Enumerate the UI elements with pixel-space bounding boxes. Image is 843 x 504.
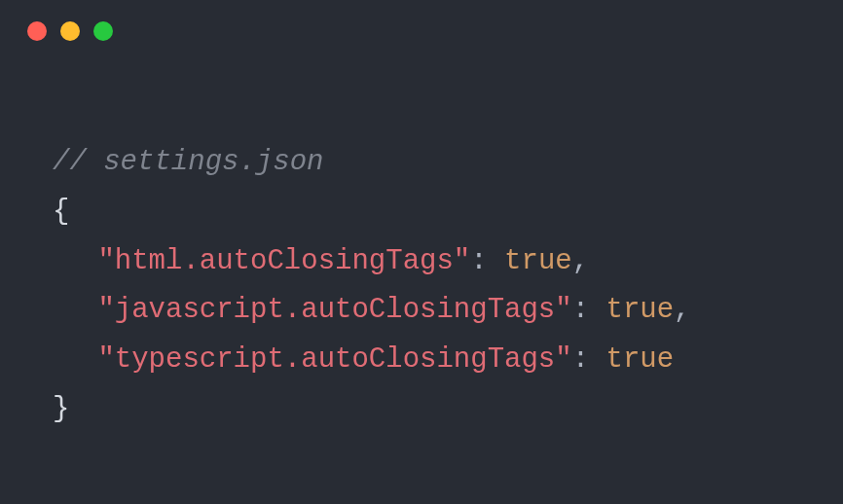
colon: :: [470, 245, 504, 277]
json-value: true: [504, 245, 572, 277]
titlebar: [0, 0, 843, 41]
json-value: true: [605, 294, 674, 326]
json-key: "typescript.autoClosingTags": [97, 343, 571, 376]
colon: :: [572, 294, 606, 326]
json-value: true: [605, 343, 674, 376]
setting-entry: "javascript.autoClosingTags": true,: [53, 286, 843, 336]
minimize-icon[interactable]: [60, 21, 80, 41]
close-icon[interactable]: [27, 21, 47, 41]
editor-window: // settings.json { "html.autoClosingTags…: [0, 0, 843, 504]
comma: ,: [572, 245, 589, 277]
json-key: "javascript.autoClosingTags": [97, 294, 571, 326]
comma: ,: [674, 294, 690, 326]
close-brace: }: [53, 385, 843, 435]
comment-line: // settings.json: [53, 138, 843, 188]
setting-entry: "typescript.autoClosingTags": true: [53, 336, 843, 385]
open-brace: {: [53, 188, 843, 237]
colon: :: [572, 343, 606, 376]
code-editor[interactable]: // settings.json { "html.autoClosingTags…: [0, 41, 843, 435]
zoom-icon[interactable]: [93, 21, 113, 41]
setting-entry: "html.autoClosingTags": true,: [53, 237, 843, 287]
json-key: "html.autoClosingTags": [97, 245, 470, 277]
